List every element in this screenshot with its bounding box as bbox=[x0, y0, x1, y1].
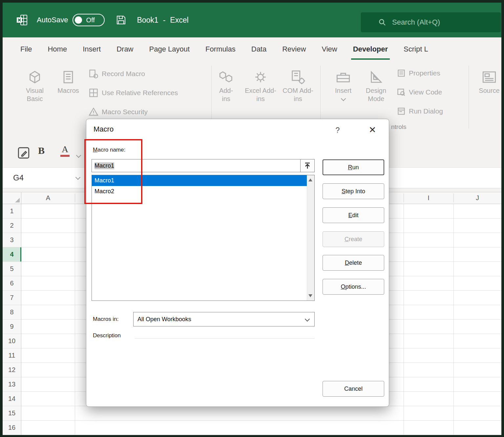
scroll-down-icon[interactable] bbox=[308, 294, 312, 297]
run-dialog-button[interactable]: Run Dialog bbox=[397, 107, 443, 115]
search-bar[interactable]: Search (Alt+Q) bbox=[361, 12, 501, 32]
row-header[interactable]: 1 bbox=[3, 204, 21, 218]
tab-draw[interactable]: Draw bbox=[109, 37, 141, 61]
titlebar: AutoSave Off Book1 - Excel Search (Alt+Q… bbox=[3, 3, 501, 37]
insert-control-button[interactable]: Insert bbox=[330, 66, 356, 100]
properties-icon bbox=[397, 69, 406, 77]
row-header-selected[interactable]: 4 bbox=[3, 247, 21, 262]
tab-file[interactable]: File bbox=[12, 37, 40, 61]
tab-view[interactable]: View bbox=[314, 37, 345, 61]
tab-script-lab[interactable]: Script L bbox=[396, 37, 436, 61]
select-all-corner[interactable] bbox=[3, 192, 21, 204]
view-code-icon bbox=[397, 88, 406, 96]
col-header-a[interactable]: A bbox=[21, 192, 75, 204]
delete-button[interactable]: Delete bbox=[323, 255, 384, 271]
step-into-button[interactable]: Step Into bbox=[323, 183, 384, 199]
row-header[interactable]: 2 bbox=[3, 218, 21, 233]
row-header[interactable]: 15 bbox=[3, 406, 21, 421]
insert-control-icon bbox=[336, 66, 351, 85]
row-headers: 1 2 3 4 5 6 7 8 9 10 11 12 13 14 15 16 bbox=[3, 204, 21, 435]
options-button[interactable]: Options... bbox=[323, 279, 384, 295]
select-all-triangle-icon bbox=[15, 198, 20, 202]
col-header-j[interactable]: J bbox=[453, 192, 501, 204]
row-header[interactable]: 5 bbox=[3, 262, 21, 276]
design-mode-icon bbox=[368, 66, 384, 85]
tab-home[interactable]: Home bbox=[40, 37, 75, 61]
macros-in-value: All Open Workbooks bbox=[137, 316, 191, 323]
scrollbar[interactable] bbox=[307, 175, 314, 301]
tab-insert[interactable]: Insert bbox=[75, 37, 109, 61]
search-icon bbox=[378, 18, 386, 26]
macro-security-button[interactable]: Macro Security bbox=[89, 107, 148, 117]
toggle-knob bbox=[75, 16, 82, 24]
macros-button[interactable]: Macros bbox=[52, 66, 84, 95]
bold-button[interactable]: B bbox=[38, 145, 45, 156]
use-relative-references-button[interactable]: Use Relative References bbox=[89, 88, 178, 98]
design-mode-button[interactable]: Design Mode bbox=[360, 66, 392, 103]
row-header[interactable]: 14 bbox=[3, 392, 21, 406]
row-header[interactable]: 8 bbox=[3, 305, 21, 320]
add-ins-button[interactable]: Add-ins bbox=[215, 66, 237, 103]
tab-page-layout[interactable]: Page Layout bbox=[141, 37, 198, 61]
visual-basic-button[interactable]: Visual Basic bbox=[20, 66, 49, 103]
excel-add-ins-button[interactable]: Excel Add-ins bbox=[244, 66, 277, 103]
excel-logo-icon[interactable] bbox=[16, 14, 28, 26]
run-dialog-icon bbox=[397, 107, 406, 115]
row-header[interactable]: 10 bbox=[3, 334, 21, 348]
source-button[interactable]: Source bbox=[475, 66, 503, 95]
description-label: Description bbox=[93, 332, 121, 339]
visual-basic-icon bbox=[27, 66, 42, 85]
row-header[interactable]: 9 bbox=[3, 320, 21, 334]
arrow-up-icon bbox=[304, 162, 311, 170]
macros-icon bbox=[61, 66, 76, 85]
note-icon[interactable] bbox=[17, 146, 30, 159]
search-placeholder: Search (Alt+Q) bbox=[392, 18, 440, 27]
edit-button[interactable]: Edit bbox=[323, 207, 384, 223]
ribbon-tabs: File Home Insert Draw Page Layout Formul… bbox=[3, 37, 501, 61]
view-code-button[interactable]: View Code bbox=[397, 88, 442, 96]
record-macro-button[interactable]: Record Macro bbox=[89, 69, 145, 79]
macros-in-dropdown[interactable]: All Open Workbooks bbox=[133, 312, 315, 326]
row-header[interactable]: 13 bbox=[3, 377, 21, 392]
row-header[interactable]: 3 bbox=[3, 233, 21, 247]
com-add-ins-icon bbox=[290, 66, 305, 85]
ribbon-separator bbox=[469, 66, 469, 129]
properties-button[interactable]: Properties bbox=[397, 69, 440, 77]
macros-in-label: Macros in: bbox=[93, 316, 118, 323]
tab-review[interactable]: Review bbox=[274, 37, 314, 61]
com-add-ins-button[interactable]: COM Add-ins bbox=[282, 66, 314, 103]
tab-formulas[interactable]: Formulas bbox=[198, 37, 243, 61]
macro-name-up-button[interactable] bbox=[300, 159, 315, 172]
document-title: Book1 - Excel bbox=[137, 16, 188, 25]
chevron-down-icon[interactable] bbox=[76, 153, 81, 158]
run-button[interactable]: Run bbox=[323, 159, 384, 175]
column-divider bbox=[75, 194, 75, 202]
col-header-i[interactable]: I bbox=[404, 192, 453, 204]
autosave-toggle[interactable]: Off bbox=[73, 14, 105, 26]
macro-security-icon bbox=[89, 107, 98, 117]
font-color-button[interactable]: A bbox=[60, 144, 70, 157]
font-color-swatch bbox=[60, 155, 70, 157]
save-icon[interactable] bbox=[116, 15, 126, 25]
gridline bbox=[404, 204, 404, 435]
row-header[interactable]: 11 bbox=[3, 348, 21, 363]
autosave-state: Off bbox=[86, 16, 94, 24]
row-header[interactable]: 16 bbox=[3, 421, 21, 435]
close-icon[interactable]: ✕ bbox=[364, 122, 381, 137]
tab-data[interactable]: Data bbox=[243, 37, 274, 61]
name-box-chevron-icon[interactable] bbox=[75, 175, 81, 180]
row-header[interactable]: 7 bbox=[3, 291, 21, 305]
row-header[interactable]: 12 bbox=[3, 363, 21, 377]
scroll-up-icon[interactable] bbox=[308, 178, 312, 181]
row-header[interactable]: 6 bbox=[3, 276, 21, 291]
excel-window: AutoSave Off Book1 - Excel Search (Alt+Q… bbox=[0, 0, 504, 437]
annotation-rectangle bbox=[84, 139, 142, 204]
create-button: Create bbox=[323, 231, 384, 247]
cancel-button[interactable]: Cancel bbox=[323, 381, 384, 397]
gridline bbox=[75, 204, 75, 435]
help-icon[interactable]: ? bbox=[331, 124, 344, 137]
name-box[interactable]: G4 bbox=[13, 168, 24, 188]
relative-references-icon bbox=[89, 88, 98, 98]
dialog-title: Macro bbox=[94, 125, 114, 134]
tab-developer[interactable]: Developer bbox=[345, 37, 396, 61]
